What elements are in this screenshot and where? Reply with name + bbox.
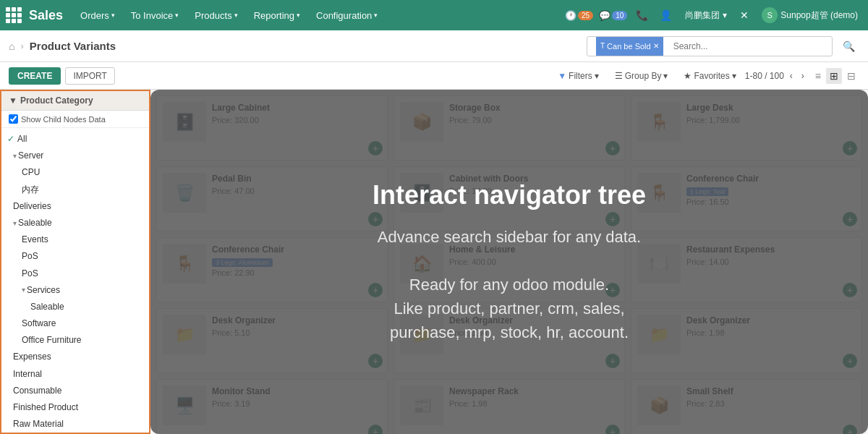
message-badge-btn[interactable]: 💬 10 <box>599 10 627 21</box>
tree-item-label: Raw Material <box>13 417 64 431</box>
chevron-down-icon: ▾ <box>234 12 238 19</box>
nav-orders[interactable]: Orders ▾ <box>75 7 121 24</box>
clock-badge-btn[interactable]: 🕐 25 <box>565 10 593 21</box>
page-title: Product Variants <box>30 40 116 52</box>
tree-item-label: Saleable <box>30 300 64 314</box>
tree-item-label: Office Furniture <box>22 333 81 347</box>
sidebar-tree-item[interactable]: Finished Product <box>1 399 149 416</box>
tree-item-label: Saleable <box>18 216 52 230</box>
sidebar-tree-item[interactable]: Office Furniture <box>1 332 149 349</box>
nav-products[interactable]: Products ▾ <box>189 7 243 24</box>
view-toggle: ≡ ⊞ ⊟ <box>812 68 859 84</box>
caret-icon: ▾ <box>22 284 25 296</box>
sidebar-tree-item[interactable]: CPU <box>1 164 149 181</box>
chevron-down-icon: ▾ <box>723 10 727 20</box>
caret-icon: ▾ <box>13 150 17 162</box>
tree-item-label: CPU <box>22 166 40 179</box>
favorites-button[interactable]: ★ Favorites ▾ <box>679 69 740 83</box>
sidebar-tree-item[interactable]: ▾ Server <box>1 148 149 164</box>
toolbar: CREATE IMPORT ▼ Filters ▾ ☰ Group By ▾ ★… <box>0 62 868 90</box>
sidebar-tree-item[interactable]: Software <box>1 315 149 332</box>
sidebar-tree-item[interactable]: ✓All <box>1 131 149 148</box>
star-icon: ★ <box>684 71 692 81</box>
chevron-down-icon: ▾ <box>297 12 300 19</box>
breadcrumb-bar: ⌂ › Product Variants T Can be Sold ✕ 🔍 <box>0 30 868 62</box>
promo-overlay: Interact navigator tree Advance search s… <box>150 90 868 434</box>
search-tag: T Can be Sold ✕ <box>596 37 663 56</box>
import-button[interactable]: IMPORT <box>65 67 114 85</box>
search-bar: T Can be Sold ✕ <box>587 36 833 56</box>
kanban-view-button[interactable]: ⊞ <box>826 68 842 84</box>
nav-configuration[interactable]: Configuration ▾ <box>310 7 383 24</box>
sidebar-tree-item[interactable]: Consumable <box>1 383 149 399</box>
product-area: 🗄️ Large Cabinet Price: 320.00 + 📦 Stora… <box>150 90 868 434</box>
group-by-button[interactable]: ☰ Group By ▾ <box>610 69 673 83</box>
search-icon[interactable]: 🔍 <box>838 41 859 52</box>
tree-item-label: PoS <box>22 250 38 263</box>
tree-item-label: Server <box>18 149 43 163</box>
pagination: 1-80 / 100 ‹ › <box>745 70 807 82</box>
category-tree: ✓All▾ ServerCPU内存Deliveries▾ SaleableEve… <box>1 128 149 434</box>
grid-view-button[interactable]: ⊟ <box>843 68 859 84</box>
sidebar-tree-item[interactable]: ▾ Services <box>1 282 149 299</box>
filter-group: ▼ Filters ▾ ☰ Group By ▾ ★ Favorites ▾ <box>553 69 741 83</box>
chevron-down-icon: ▾ <box>175 12 179 19</box>
tree-item-label: Consumable <box>13 384 61 398</box>
prev-page-button[interactable]: ‹ <box>787 70 796 82</box>
clock-icon: 🕐 <box>565 10 576 21</box>
caret-icon: ▾ <box>13 218 17 229</box>
sidebar-tree-item[interactable]: PoS <box>1 265 149 282</box>
sidebar-tree-item[interactable]: Deliveries <box>1 198 149 215</box>
remove-tag-button[interactable]: ✕ <box>653 42 659 50</box>
overlay-body: Advance search sidebar for any data.Read… <box>378 225 641 344</box>
main-content: ▼ Product Category Show Child Nodes Data… <box>0 90 868 434</box>
sidebar-tree-item[interactable]: Internal <box>1 366 149 383</box>
sidebar-tree-item[interactable]: Raw Material <box>1 416 149 433</box>
create-button[interactable]: CREATE <box>9 67 61 85</box>
show-child-nodes-toggle[interactable]: Show Child Nodes Data <box>1 111 149 128</box>
sidebar-tree-item[interactable]: ▾ Saleable <box>1 215 149 231</box>
message-icon: 💬 <box>599 10 610 21</box>
org-button[interactable]: 尚鹏集团 ▾ <box>681 8 731 23</box>
chevron-down-icon: ▾ <box>663 71 668 81</box>
tree-item-label: 内存 <box>22 183 39 197</box>
sidebar-tree-item[interactable]: Saleable <box>1 299 149 315</box>
filters-button[interactable]: ▼ Filters ▾ <box>553 69 603 83</box>
nav-reporting[interactable]: Reporting ▾ <box>248 7 306 24</box>
tree-item-label: Internal <box>13 367 42 381</box>
tree-item-label: PoS <box>22 267 38 281</box>
sidebar: ▼ Product Category Show Child Nodes Data… <box>0 90 150 434</box>
sidebar-tree-item[interactable]: Events <box>1 231 149 248</box>
sidebar-tree-item[interactable]: 内存 <box>1 182 149 198</box>
search-input[interactable] <box>669 37 823 56</box>
check-icon: ✓ <box>7 132 14 146</box>
apps-grid-icon[interactable] <box>6 7 22 23</box>
contacts-icon[interactable]: 👤 <box>657 8 675 22</box>
filter-icon: ▼ <box>558 71 566 81</box>
show-child-checkbox[interactable] <box>9 114 18 124</box>
chevron-down-icon: ▾ <box>595 71 599 81</box>
top-navigation: Sales Orders ▾ To Invoice ▾ Products ▾ R… <box>0 0 868 30</box>
tree-item-label: Expenses <box>13 350 51 364</box>
sidebar-tree-item[interactable]: PoS <box>1 248 149 265</box>
avatar: S <box>762 7 778 23</box>
overlay-title: Interact navigator tree <box>373 179 646 210</box>
close-icon[interactable]: ✕ <box>737 8 752 22</box>
phone-icon[interactable]: 📞 <box>633 8 651 22</box>
nav-to-invoice[interactable]: To Invoice ▾ <box>125 7 185 24</box>
sidebar-header: ▼ Product Category <box>1 91 149 111</box>
tree-item-label: Deliveries <box>13 200 51 213</box>
list-view-button[interactable]: ≡ <box>812 68 825 84</box>
user-menu-button[interactable]: S Sunpop超管 (demo) <box>757 6 862 25</box>
breadcrumb-separator: › <box>20 41 23 51</box>
next-page-button[interactable]: › <box>799 70 807 82</box>
chevron-down-icon: ▾ <box>374 12 378 19</box>
sidebar-tree-item[interactable]: Expenses <box>1 349 149 365</box>
tree-item-label: Services <box>27 284 60 297</box>
tree-item-label: All <box>17 132 27 146</box>
tree-item-label: Finished Product <box>13 401 78 414</box>
chevron-down-icon: ▾ <box>111 12 115 19</box>
tree-item-label: Events <box>22 233 48 247</box>
brand-logo[interactable]: Sales <box>29 8 63 23</box>
home-icon[interactable]: ⌂ <box>9 41 14 52</box>
